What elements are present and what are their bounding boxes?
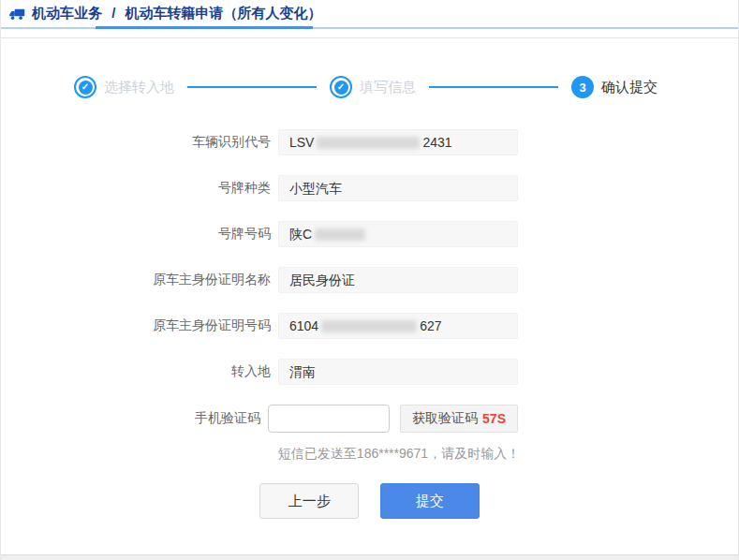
id-type-label: 原车主身份证明名称 [121, 272, 271, 288]
get-code-label: 获取验证码 [412, 410, 478, 427]
page: 机动车业务 / 机动车转籍申请（所有人变化） ✓ 选择转入地 ✓ 填写信息 3 … [0, 0, 739, 560]
field-row-plate-type: 号牌种类 小型汽车 [121, 175, 518, 201]
destination-label: 转入地 [121, 363, 271, 380]
step-1-choose-destination: ✓ 选择转入地 [74, 76, 174, 98]
step-2-label: 填写信息 [360, 79, 416, 96]
check-icon: ✓ [334, 81, 348, 95]
truck-icon [8, 7, 25, 22]
step-2-circle: ✓ [330, 76, 352, 98]
sms-code-label: 手机验证码 [121, 410, 260, 427]
previous-step-button[interactable]: 上一步 [259, 483, 359, 519]
vin-label: 车辆识别代号 [121, 134, 271, 151]
step-3-circle: 3 [571, 76, 594, 98]
check-icon: ✓ [79, 81, 93, 95]
submit-button[interactable]: 提交 [380, 483, 480, 519]
field-row-id-type: 原车主身份证明名称 居民身份证 [121, 267, 518, 293]
get-verification-code-button[interactable]: 获取验证码 57S [400, 405, 518, 433]
breadcrumb-separator: / [111, 5, 115, 21]
step-1-circle: ✓ [74, 76, 96, 98]
id-number-suffix: 627 [420, 318, 441, 333]
vin-value-suffix: 2431 [422, 135, 451, 150]
plate-number-value: 陕C [278, 221, 518, 247]
field-row-destination: 转入地 渭南 [121, 359, 518, 385]
vin-value: LSV2431 [278, 129, 518, 155]
stepper: ✓ 选择转入地 ✓ 填写信息 3 确认提交 [74, 76, 658, 98]
header: 机动车业务 / 机动车转籍申请（所有人变化） [1, 0, 738, 29]
id-type-value: 居民身份证 [278, 267, 518, 293]
divider [1, 37, 738, 38]
step-1-label: 选择转入地 [104, 79, 174, 96]
step-3-confirm-submit: 3 确认提交 [571, 76, 658, 98]
redaction-mask [317, 137, 420, 149]
plate-type-value: 小型汽车 [278, 175, 518, 201]
breadcrumb: 机动车业务 / 机动车转籍申请（所有人变化） [32, 5, 322, 22]
plate-number-label: 号牌号码 [121, 226, 271, 243]
plate-number-prefix: 陕C [289, 227, 312, 242]
step-2-fill-info: ✓ 填写信息 [330, 76, 416, 98]
step-3-label: 确认提交 [601, 79, 658, 96]
id-number-label: 原车主身份证明号码 [121, 317, 271, 334]
plate-type-label: 号牌种类 [121, 180, 271, 197]
destination-value: 渭南 [278, 359, 518, 385]
field-row-sms-code: 手机验证码 获取验证码 57S [121, 405, 518, 433]
field-row-plate-number: 号牌号码 陕C [121, 221, 518, 247]
vin-value-prefix: LSV [289, 135, 314, 150]
redaction-mask [315, 228, 365, 241]
sms-code-input[interactable] [268, 405, 390, 433]
page-title[interactable]: 机动车转籍申请（所有人变化） [126, 5, 322, 21]
bottom-scrollbar-track[interactable] [1, 554, 738, 560]
confirm-form: 车辆识别代号 LSV2431 号牌种类 小型汽车 号牌号码 陕C 原车主身份证明… [121, 129, 518, 433]
id-number-value: 6104627 [278, 313, 518, 339]
id-number-prefix: 6104 [289, 318, 318, 333]
step-connector [429, 86, 558, 88]
step-connector [187, 86, 317, 88]
field-row-id-number: 原车主身份证明号码 6104627 [121, 313, 518, 339]
field-row-vin: 车辆识别代号 LSV2431 [121, 129, 518, 155]
redaction-mask [321, 320, 417, 332]
breadcrumb-section[interactable]: 机动车业务 [32, 5, 102, 21]
active-tab-underline [96, 26, 313, 29]
action-buttons: 上一步 提交 [1, 483, 738, 519]
countdown-timer: 57S [482, 411, 506, 426]
sms-sent-notice: 短信已发送至186****9671，请及时输入！ [244, 446, 554, 463]
